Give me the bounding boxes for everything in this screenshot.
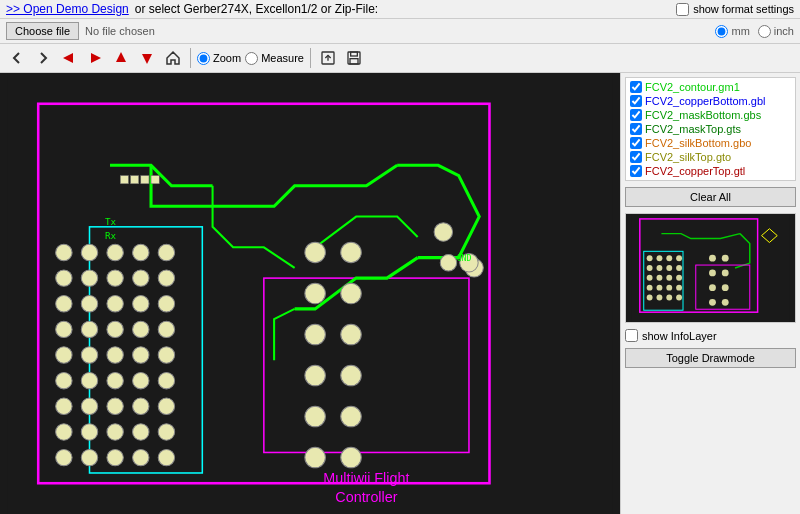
svg-point-24 <box>81 270 97 286</box>
svg-point-67 <box>341 324 362 345</box>
home-icon[interactable] <box>162 47 184 69</box>
svg-point-61 <box>305 324 326 345</box>
svg-point-43 <box>133 296 149 312</box>
svg-point-127 <box>722 269 729 276</box>
svg-point-70 <box>341 447 362 468</box>
clear-all-button[interactable]: Clear All <box>625 187 796 207</box>
layer-name-1: FCV2_contour.gm1 <box>645 81 740 93</box>
layer-name-6: FCV2_silkTop.gto <box>645 151 731 163</box>
svg-point-120 <box>676 285 682 291</box>
nav-forward-icon[interactable] <box>32 47 54 69</box>
measure-radio[interactable] <box>245 52 258 65</box>
layer-name-5: FCV2_silkBottom.gbo <box>645 137 751 149</box>
arrow-up-icon[interactable] <box>110 47 132 69</box>
svg-point-55 <box>158 372 174 388</box>
svg-text:Tx: Tx <box>105 216 117 227</box>
nav-back-icon[interactable] <box>6 47 28 69</box>
svg-marker-2 <box>116 52 126 62</box>
svg-text:Controller: Controller <box>335 489 397 505</box>
svg-point-128 <box>722 284 729 291</box>
layer-item-4[interactable]: FCV2_maskTop.gts <box>628 122 793 136</box>
mm-radio[interactable] <box>715 25 728 38</box>
arrow-down-icon[interactable] <box>136 47 158 69</box>
svg-point-110 <box>657 285 663 291</box>
svg-point-15 <box>56 270 72 286</box>
svg-point-22 <box>56 449 72 465</box>
layer-checkbox-7[interactable] <box>630 165 642 177</box>
svg-point-18 <box>56 347 72 363</box>
layer-name-3: FCV2_maskBottom.gbs <box>645 109 761 121</box>
layer-checkbox-3[interactable] <box>630 109 642 121</box>
svg-rect-100 <box>632 214 789 322</box>
svg-point-47 <box>133 398 149 414</box>
open-demo-link[interactable]: >> Open Demo Design <box>6 2 129 16</box>
svg-point-59 <box>305 242 326 263</box>
svg-marker-1 <box>91 53 101 63</box>
svg-text:Multiwii Flight: Multiwii Flight <box>323 470 409 486</box>
svg-point-35 <box>107 321 123 337</box>
svg-rect-73 <box>141 176 149 184</box>
info-layer-checkbox[interactable] <box>625 329 638 342</box>
pcb-viewer[interactable]: Tx Rx GND - + Sig Multiwii Flight Contro… <box>0 73 620 514</box>
layer-name-2: FCV2_copperBottom.gbl <box>645 95 765 107</box>
svg-marker-4 <box>167 52 179 64</box>
svg-point-113 <box>666 265 672 271</box>
svg-point-38 <box>107 398 123 414</box>
svg-point-108 <box>657 265 663 271</box>
svg-point-49 <box>133 449 149 465</box>
svg-point-105 <box>647 285 653 291</box>
svg-point-23 <box>81 244 97 260</box>
layer-item-2[interactable]: FCV2_copperBottom.gbl <box>628 94 793 108</box>
svg-point-112 <box>666 255 672 261</box>
layer-checkbox-5[interactable] <box>630 137 642 149</box>
svg-point-111 <box>657 295 663 301</box>
svg-rect-74 <box>151 176 159 184</box>
layer-checkbox-1[interactable] <box>630 81 642 93</box>
format-settings-checkbox[interactable] <box>676 3 689 16</box>
svg-point-60 <box>305 283 326 304</box>
svg-point-68 <box>341 365 362 386</box>
svg-rect-71 <box>120 176 128 184</box>
layer-list: FCV2_contour.gm1 FCV2_copperBottom.gbl F… <box>625 77 796 181</box>
svg-point-109 <box>657 275 663 281</box>
layer-item-7[interactable]: FCV2_copperTop.gtl <box>628 164 793 178</box>
layer-item-5[interactable]: FCV2_silkBottom.gbo <box>628 136 793 150</box>
svg-point-16 <box>56 296 72 312</box>
mm-label: mm <box>731 25 749 37</box>
layer-item-3[interactable]: FCV2_maskBottom.gbs <box>628 108 793 122</box>
svg-point-27 <box>81 347 97 363</box>
measure-radio-label[interactable]: Measure <box>245 52 304 65</box>
layer-checkbox-4[interactable] <box>630 123 642 135</box>
svg-point-126 <box>722 255 729 262</box>
inch-radio[interactable] <box>758 25 771 38</box>
layer-item-6[interactable]: FCV2_silkTop.gto <box>628 150 793 164</box>
svg-point-64 <box>305 447 326 468</box>
svg-point-69 <box>341 406 362 427</box>
svg-point-19 <box>56 372 72 388</box>
info-layer-label: show InfoLayer <box>642 330 717 342</box>
svg-point-104 <box>647 275 653 281</box>
layer-checkbox-6[interactable] <box>630 151 642 163</box>
arrow-left-icon[interactable] <box>58 47 80 69</box>
toolbar-row: Zoom Measure <box>0 44 800 73</box>
svg-point-26 <box>81 321 97 337</box>
layer-checkbox-2[interactable] <box>630 95 642 107</box>
svg-point-31 <box>81 449 97 465</box>
zoom-radio[interactable] <box>197 52 210 65</box>
arrow-right-icon[interactable] <box>84 47 106 69</box>
right-panel: FCV2_contour.gm1 FCV2_copperBottom.gbl F… <box>620 73 800 514</box>
choose-file-button[interactable]: Choose file <box>6 22 79 40</box>
format-settings-label: show format settings <box>693 3 794 15</box>
svg-point-52 <box>158 296 174 312</box>
layer-name-4: FCV2_maskTop.gts <box>645 123 741 135</box>
svg-point-116 <box>666 295 672 301</box>
inch-label: inch <box>774 25 794 37</box>
svg-point-40 <box>107 449 123 465</box>
toggle-drawmode-button[interactable]: Toggle Drawmode <box>625 348 796 368</box>
save-icon[interactable] <box>343 47 365 69</box>
svg-marker-3 <box>142 54 152 64</box>
svg-point-39 <box>107 424 123 440</box>
export-icon[interactable] <box>317 47 339 69</box>
zoom-radio-label[interactable]: Zoom <box>197 52 241 65</box>
layer-item-1[interactable]: FCV2_contour.gm1 <box>628 80 793 94</box>
